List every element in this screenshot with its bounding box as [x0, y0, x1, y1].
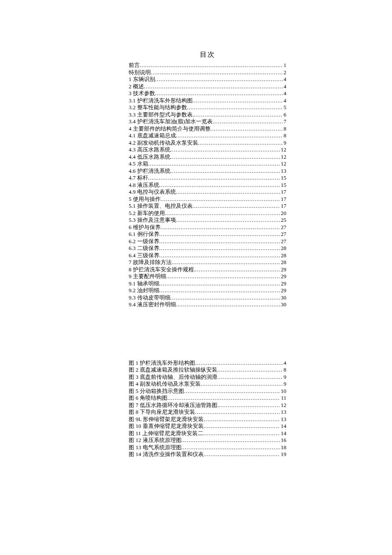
toc-leader-dots: ........................................… [170, 294, 280, 302]
toc-entry-page: 13 [280, 168, 286, 175]
toc-entry-label: 图 13 电气系统原理图 [129, 444, 182, 451]
toc-leader-dots: ........................................… [172, 259, 280, 266]
toc-entry: 3 技术参数..................................… [129, 90, 286, 97]
toc-entry: 4.3 高压水路系统..............................… [129, 146, 286, 154]
toc-entry: 9.4 液压密封件明细.............................… [129, 301, 286, 308]
toc-entry-label: 4.3 高压水路系统 [129, 146, 170, 154]
toc-entry-page: 12 [280, 154, 286, 161]
toc-entry: 图 1 护栏清洗车外形结构图..........................… [129, 360, 286, 367]
toc-leader-dots: ........................................… [204, 416, 280, 423]
toc-entry-page: 8 [283, 366, 287, 374]
toc-entry-label: 3 技术参数 [129, 90, 155, 97]
toc-entry: 4 主要部件的结构简介与使用调整........................… [129, 125, 286, 133]
toc-entry: 1 东辆识别..................................… [129, 76, 286, 83]
toc-entry-page: 6 [283, 111, 287, 119]
toc-entry-label: 9.2 油封明细 [129, 287, 159, 294]
toc-leader-dots: ........................................… [210, 125, 283, 133]
toc-entry-page: 30 [280, 301, 286, 308]
toc-entry-label: 5.3 操作及注意事项 [129, 217, 176, 224]
toc-entry-label: 4.2 副发动机传动及水泵安装 [129, 139, 198, 147]
document-page: 目次 前言...................................… [0, 0, 392, 555]
toc-entry-label: 图 9L 形伸缩臂架尼龙滑块安装 [129, 416, 204, 423]
figures-list: 图 1 护栏清洗车外形结构图..........................… [129, 360, 286, 458]
toc-entry: 4.6 护栏清洗系统..............................… [129, 168, 286, 175]
toc-entry-label: 8 护拦清洗车安全操作规程. [129, 266, 195, 273]
toc-entry-label: 1 东辆识别 [129, 76, 155, 83]
toc-entry-page: 27 [280, 224, 286, 231]
toc-entry-page: 12 [280, 146, 286, 154]
toc-leader-dots: ........................................… [213, 118, 282, 125]
toc-entry: 3.1 护栏清洗车外形结构图..........................… [129, 97, 286, 105]
toc-leader-dots: ........................................… [182, 444, 280, 451]
toc-leader-dots: ........................................… [182, 437, 280, 444]
toc-leader-dots: ........................................… [193, 97, 283, 105]
toc-leader-dots: ........................................… [170, 154, 280, 161]
toc-leader-dots: ........................................… [144, 83, 283, 90]
toc-title: 目次 [129, 50, 286, 59]
toc-entry-page: 8 [283, 132, 287, 139]
toc-leader-dots: ........................................… [176, 132, 283, 139]
toc-entry-label: 图 12 液压系统原理图 [129, 437, 182, 444]
toc-entry-label: 6.1 例行保养 [129, 231, 159, 238]
toc-leader-dots: ........................................… [140, 62, 283, 69]
toc-leader-dots: ........................................… [203, 430, 280, 437]
toc-entry-label: 图 2 底盘减速箱及推拉软轴操纵安装 [129, 366, 217, 374]
toc-entry-page: 8 [283, 125, 287, 133]
toc-entry: 4.4 低压水路系统..............................… [129, 154, 286, 161]
toc-entry: 图 13 电气系统原理图............................… [129, 444, 286, 451]
toc-entry-page: 27 [280, 231, 286, 238]
toc-leader-dots: ........................................… [159, 252, 280, 259]
toc-entry-label: 6 维护与保养 [129, 224, 161, 231]
toc-entry-label: 9.1 轴承明细 [129, 280, 159, 288]
toc-leader-dots: ........................................… [155, 90, 283, 97]
toc-entry-page: 5 [283, 104, 287, 111]
toc-entry-label: 图 10 垂直伸缩臂尼龙滑块安装 [129, 423, 204, 430]
toc-entry-page: 4 [283, 83, 287, 90]
toc-entry-page: 19 [280, 451, 286, 458]
toc-entry: 9.3 传动皮带明细..............................… [129, 294, 286, 302]
toc-entry: 图 4 副发动机传动及水泵安装.........................… [129, 381, 286, 388]
toc-leader-dots: ........................................… [176, 301, 280, 308]
toc-entry-page: 15 [280, 182, 286, 189]
toc-entry-label: 3.3 主要部件型式与参数表. [129, 111, 194, 119]
toc-entry: 9.2 油封明细................................… [129, 287, 286, 294]
toc-leader-dots: ........................................… [217, 366, 283, 374]
toc-entry: 4.2 副发动机传动及水泵安装.........................… [129, 139, 286, 147]
toc-entry-label: 4.7 标杆 [129, 174, 148, 182]
toc-entry-label: 3.4 护栏清洗车加油(脂)加水一览表 [129, 118, 213, 125]
toc-leader-dots: ........................................… [195, 360, 283, 367]
toc-entry: 图 10 垂直伸缩臂尼龙滑块安装........................… [129, 423, 286, 430]
toc-entry: 4.7 标杆..................................… [129, 174, 286, 182]
toc-entry-label: 5.1 操作装置、电控及仪表 [129, 203, 193, 210]
toc-leader-dots: ........................................… [176, 217, 280, 224]
toc-entry: 3.2 整车性能与结构参数...........................… [129, 104, 286, 111]
toc-entry-page: 20 [280, 210, 286, 217]
toc-entry: 9 主要配件明细................................… [129, 273, 286, 280]
toc-entry-page: 1 [283, 62, 287, 69]
toc-entry: 5.2 新车的使用...............................… [129, 210, 286, 217]
toc-entry-page: 10 [280, 388, 286, 395]
toc-entry-page: 28 [280, 252, 286, 259]
toc-leader-dots: ........................................… [166, 273, 280, 280]
toc-leader-dots: ........................................… [159, 231, 280, 238]
toc-entry-page: 9 [283, 374, 287, 381]
toc-entry-page: 13 [280, 416, 286, 423]
toc-entry: 8 护拦清洗车安全操作规程...........................… [129, 266, 286, 273]
toc-leader-dots: ........................................… [219, 402, 280, 409]
toc-entry-page: 16 [280, 437, 286, 444]
toc-leader-dots: ........................................… [193, 203, 280, 210]
toc-entry-page: 9 [283, 381, 287, 388]
toc-entry: 4.1 底盘减速箱总成.............................… [129, 132, 286, 139]
toc-leader-dots: ........................................… [176, 189, 280, 196]
toc-entry-label: 5.2 新车的使用 [129, 210, 165, 217]
toc-entry-label: 图 7 低压水路循环冷却液压油管路图. [129, 402, 219, 409]
toc-entry-page: 18 [280, 444, 286, 451]
toc-entry-label: 特别说明 [129, 69, 151, 76]
toc-entry-page: 29 [280, 266, 286, 273]
toc-leader-dots: ........................................… [159, 245, 280, 252]
toc-leader-dots: ........................................… [198, 139, 283, 147]
toc-entry-page: 14 [280, 430, 286, 437]
toc-leader-dots: ........................................… [159, 280, 280, 288]
toc-entry-label: 图 5 分动箱换挡示意图 [129, 388, 184, 395]
toc-entry-label: 9 主要配件明细 [129, 273, 166, 280]
